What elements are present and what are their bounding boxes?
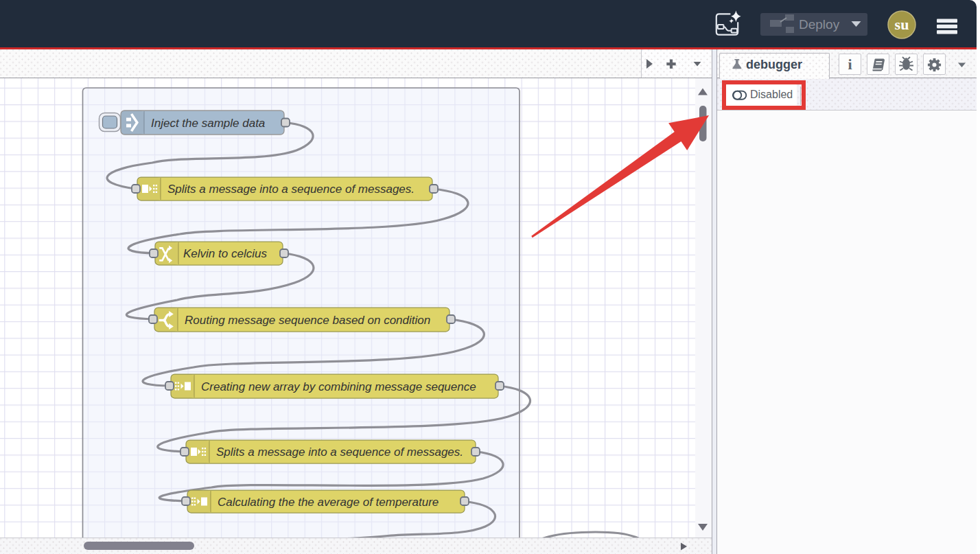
svg-text:su: su xyxy=(895,16,909,33)
svg-text:Deploy: Deploy xyxy=(799,17,840,32)
svg-text:Creating new array by combinin: Creating new array by combining message … xyxy=(201,380,476,393)
svg-text:i: i xyxy=(848,56,852,73)
svg-text:Routing message sequence based: Routing message sequence based on condit… xyxy=(185,314,430,327)
svg-text:Inject the sample data: Inject the sample data xyxy=(151,117,265,130)
svg-text:Splits a message into a sequen: Splits a message into a sequence of mess… xyxy=(167,183,415,196)
svg-text:Kelvin to celcius: Kelvin to celcius xyxy=(183,247,267,260)
svg-text:Calculating the the average of: Calculating the the average of temperatu… xyxy=(218,496,439,509)
svg-text:Splits a message into a sequen: Splits a message into a sequence of mess… xyxy=(216,446,463,459)
